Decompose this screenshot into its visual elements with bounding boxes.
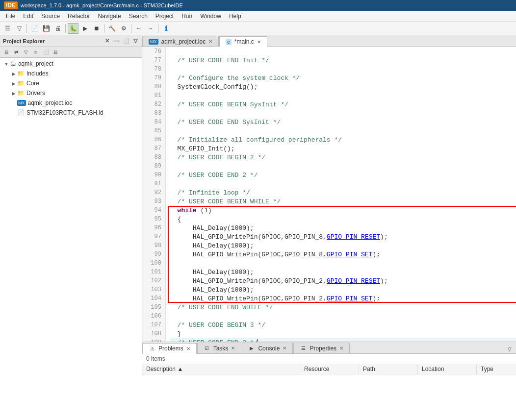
sidebar-btn-filter[interactable]: ▽: [22, 48, 30, 57]
col-header-type[interactable]: Type: [477, 364, 516, 374]
tab-close-main-c[interactable]: ✕: [257, 39, 261, 45]
project-icon: 🗂: [10, 60, 16, 67]
tree-arrow-drivers: ▶: [12, 91, 16, 96]
sidebar-icon-close[interactable]: ✕: [103, 37, 111, 45]
tab-close-ioc[interactable]: ✕: [208, 39, 212, 44]
sidebar-btn-minimize[interactable]: ⊟: [51, 48, 60, 57]
toolbar-btn-build[interactable]: 🔨: [106, 23, 117, 34]
ln-101: 101: [142, 268, 165, 276]
col-label-resource: Resource: [304, 366, 329, 372]
code-line-81: [170, 91, 516, 100]
menu-file[interactable]: File: [2, 12, 19, 21]
tab-close-tasks[interactable]: ✕: [231, 346, 235, 351]
sidebar-btn-collapse[interactable]: ⊟: [2, 48, 11, 57]
code-line-93: /* USER CODE BEGIN WHILE */: [170, 197, 516, 206]
ln-95: 95: [142, 215, 165, 223]
tab-close-properties[interactable]: ✕: [339, 346, 343, 351]
sidebar-btn-menu[interactable]: ≡: [31, 48, 40, 57]
ln-80: 80: [142, 82, 165, 91]
ln-79: 79: [142, 74, 165, 82]
ln-89: 89: [142, 162, 165, 171]
col-label-path: Path: [363, 366, 375, 372]
filter-icon[interactable]: ▽: [505, 345, 514, 353]
toolbar-btn-stop[interactable]: ⏹: [91, 23, 102, 34]
menu-navigate[interactable]: Navigate: [94, 12, 125, 21]
col-header-description[interactable]: Description ▲: [142, 364, 300, 374]
tab-icon-c: c: [226, 39, 232, 45]
menu-source[interactable]: Source: [37, 12, 64, 21]
tab-main-c[interactable]: c *main.c ✕: [219, 36, 267, 47]
menu-run[interactable]: Run: [178, 12, 196, 21]
col-header-location[interactable]: Location: [418, 364, 477, 374]
menu-search[interactable]: Search: [125, 12, 152, 21]
tab-label-ioc: aqmk_project.ioc: [161, 38, 206, 45]
tree-item-project[interactable]: ▼ 🗂 aqmk_project: [0, 59, 142, 69]
ln-94: 94: [142, 206, 165, 215]
tree-label-includes: Includes: [26, 70, 49, 77]
sidebar-icon-max[interactable]: ⬜: [121, 37, 131, 45]
code-line-96: HAL_Delay(1000);: [170, 223, 516, 232]
tab-close-problems[interactable]: ✕: [186, 346, 190, 351]
col-header-path[interactable]: Path: [359, 364, 418, 374]
tree-item-ioc[interactable]: ▶ MX aqmk_project.ioc: [0, 98, 142, 108]
sidebar-btn-new[interactable]: ⬜: [41, 48, 50, 57]
tree-label-project: aqmk_project: [18, 60, 53, 67]
ln-93: 93: [142, 197, 165, 206]
toolbar-btn-save[interactable]: 💾: [41, 23, 52, 34]
ln-97: 97: [142, 232, 165, 241]
ioc-icon: MX: [17, 100, 26, 106]
menu-window[interactable]: Window: [196, 12, 225, 21]
code-line-104: HAL_GPIO_WritePin(GPIOC,GPIO_PIN_2,GPIO_…: [170, 294, 516, 303]
tab-console[interactable]: ▶ Console ✕: [242, 343, 293, 353]
code-line-101: HAL_Delay(1000);: [170, 268, 516, 276]
toolbar-sep-5: [158, 24, 158, 33]
toolbar-btn-run[interactable]: ▶: [79, 23, 90, 34]
code-editor[interactable]: 76 77 78 79 80 81 82 83 84 85 86 87 88 8…: [142, 47, 516, 342]
menu-edit[interactable]: Edit: [19, 12, 37, 21]
code-line-99: HAL_GPIO_WritePin(GPIOC,GPIO_PIN_8,GPIO_…: [170, 250, 516, 259]
sidebar-icon-menu[interactable]: ▽: [132, 37, 139, 45]
tab-tasks[interactable]: ☑ Tasks ✕: [197, 343, 242, 353]
toolbar-btn-5[interactable]: ←: [133, 23, 144, 34]
ln-88: 88: [142, 153, 165, 162]
sidebar-title: Project Explorer: [3, 38, 45, 44]
toolbar-btn-2[interactable]: ▽: [14, 23, 25, 34]
code-line-85: [170, 126, 516, 135]
tab-problems[interactable]: ⚠ Problems ✕: [142, 343, 197, 354]
menu-project[interactable]: Project: [152, 12, 178, 21]
code-line-79: /* Configure the system clock */: [170, 74, 516, 82]
toolbar-btn-4[interactable]: ⚙: [118, 23, 129, 34]
toolbar-btn-6[interactable]: →: [145, 23, 156, 34]
toolbar-btn-3[interactable]: 🖨: [52, 23, 63, 34]
code-line-82: /* USER CODE BEGIN SysInit */: [170, 100, 516, 109]
toolbar-btn-new[interactable]: 📄: [29, 23, 40, 34]
code-content[interactable]: /* USER CODE END Init */ /* Configure th…: [166, 47, 516, 342]
sidebar-toolbar: ⊟ ⇄ ▽ ≡ ⬜ ⊟: [0, 47, 142, 58]
tab-ioc[interactable]: MX aqmk_project.ioc ✕: [142, 36, 219, 47]
sidebar-icon-min[interactable]: —: [112, 37, 120, 45]
ln-102: 102: [142, 276, 165, 285]
tree-arrow-includes: ▶: [12, 71, 16, 76]
code-wrapper[interactable]: 76 77 78 79 80 81 82 83 84 85 86 87 88 8…: [142, 47, 516, 342]
tree-item-ld[interactable]: ▶ 📄 STM32F103RCTX_FLASH.ld: [0, 108, 142, 118]
tab-close-console[interactable]: ✕: [283, 346, 286, 351]
tab-label-main-c: *main.c: [234, 38, 254, 45]
tree-item-includes[interactable]: ▶ 📁 Includes: [0, 69, 142, 78]
col-header-resource[interactable]: Resource: [300, 364, 359, 374]
menu-refactor[interactable]: Refactor: [64, 12, 94, 21]
title-icon: IDE: [4, 1, 18, 9]
ln-78: 78: [142, 65, 165, 74]
ld-icon: 📄: [17, 109, 25, 116]
sidebar-btn-link[interactable]: ⇄: [12, 48, 21, 57]
toolbar-btn-1[interactable]: ☰: [2, 23, 13, 34]
ln-103: 103: [142, 285, 165, 294]
tree-label-core: Core: [26, 80, 39, 87]
toolbar-btn-debug[interactable]: 🐛: [68, 23, 78, 34]
toolbar-btn-info[interactable]: ℹ: [160, 23, 171, 34]
tab-properties[interactable]: ☰ Properties ✕: [293, 343, 350, 353]
tree-item-core[interactable]: ▶ 📁 Core: [0, 78, 142, 88]
menu-help[interactable]: Help: [225, 12, 245, 21]
ln-91: 91: [142, 179, 165, 188]
toolbar-sep-2: [65, 24, 66, 33]
tree-item-drivers[interactable]: ▶ 📁 Drivers: [0, 88, 142, 98]
